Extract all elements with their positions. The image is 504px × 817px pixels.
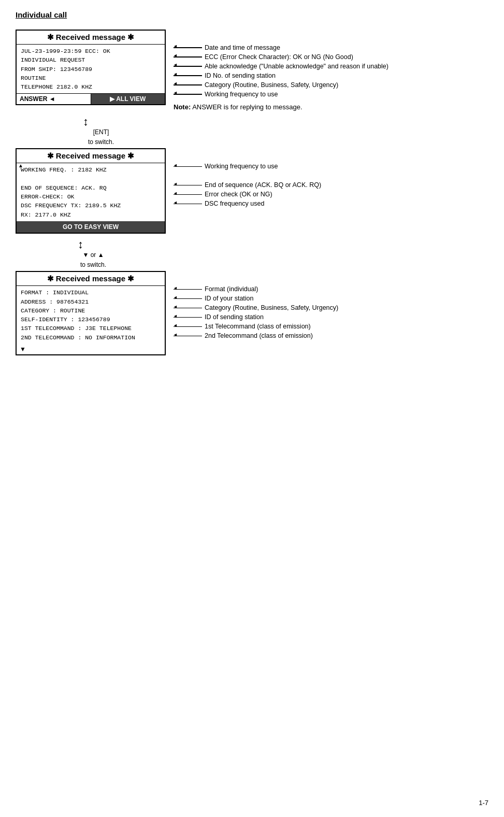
ann-box1-3: ID No. of sending station: [174, 71, 388, 80]
box1-content: JUL-23-1999-23:59 ECC: OK INDIVIDUAL REQ…: [17, 45, 165, 93]
ann-box2-text-4: DSC frequency used: [205, 200, 264, 207]
box2-line4: ERROR-CHECK: OK: [21, 192, 161, 201]
connector1-text: [ENT] to switch.: [88, 127, 114, 147]
note-text: ANSWER is for replying to message.: [192, 103, 302, 111]
box3-line5: 1ST TELECOMMAND : J3E TELEPHONE: [21, 324, 161, 333]
ann-box3-arrow-1: [174, 298, 202, 299]
ann-box2-2: End of sequence (ACK. BQ or ACK. RQ): [174, 180, 321, 190]
box2-content: WORKING FREQ. : 2182 KHZ END OF SEQUENCE…: [17, 163, 165, 221]
box1-container: ✱ Received message ✱ JUL-23-1999-23:59 E…: [16, 30, 168, 105]
ann-box2-arrow-3: [174, 194, 202, 195]
ann-box3-text-0: Format (individual): [205, 285, 258, 293]
ann-arrow-0: [174, 47, 202, 48]
box2-line6: RX: 2177.0 KHZ: [21, 210, 161, 219]
box3: ✱ Received message ✱ FORMAT : INDIVIDUAL…: [16, 271, 166, 355]
ann-text-4: Category (Routine, Business, Safety, Urg…: [205, 81, 338, 89]
ann-text-5: Working frequency to use: [205, 91, 278, 98]
box1-allview-btn[interactable]: ▶ ALL VIEW: [91, 94, 165, 104]
box3-annotations: Format (individual) ID of your station C…: [174, 271, 338, 340]
box1-line5: TELEPHONE 2182.0 KHZ: [21, 82, 161, 91]
box1-line1: JUL-23-1999-23:59 ECC: OK: [21, 47, 161, 55]
section-3: ✱ Received message ✱ FORMAT : INDIVIDUAL…: [16, 271, 488, 355]
box1-footer: ANSWER ◄ ▶ ALL VIEW: [17, 93, 165, 104]
box3-line1: FORMAT : INDIVIDUAL: [21, 288, 161, 297]
box2-line1: WORKING FREQ. : 2182 KHZ: [21, 165, 161, 174]
ann-text-2: Able acknowledge ("Unable acknowledge" a…: [205, 63, 388, 70]
box1-answer-btn[interactable]: ANSWER ◄: [17, 94, 91, 104]
ann-box2-4: DSC frequency used: [174, 199, 321, 208]
ann-arrow-1: [174, 56, 202, 58]
box2-container: ✱ Received message ✱ ▲ WORKING FREQ. : 2…: [16, 148, 168, 234]
box2-goto-btn[interactable]: GO TO EASY VIEW: [17, 221, 165, 233]
box2-annotations: Working frequency to use End of sequence…: [174, 148, 321, 208]
ann-box2-0: Working frequency to use: [174, 162, 321, 171]
section-1: ✱ Received message ✱ JUL-23-1999-23:59 E…: [16, 30, 488, 111]
box2: ✱ Received message ✱ ▲ WORKING FREQ. : 2…: [16, 148, 166, 234]
ann-box1-4: Category (Routine, Business, Safety, Urg…: [174, 80, 388, 90]
ann-text-0: Date and time of message: [205, 44, 280, 51]
ann-box2-arrow-0: [174, 166, 202, 167]
diagram-area: ✱ Received message ✱ JUL-23-1999-23:59 E…: [16, 30, 488, 360]
box1: ✱ Received message ✱ JUL-23-1999-23:59 E…: [16, 30, 166, 105]
ann-arrow-4: [174, 84, 202, 85]
ann-box1-5: Working frequency to use: [174, 90, 388, 99]
note-bold: Note:: [174, 103, 191, 111]
ann-box3-text-4: 1st Telecommand (class of emission): [205, 323, 311, 330]
box2-line5: DSC FREQUENCY TX: 2189.5 KHZ: [21, 201, 161, 210]
box2-line2: [21, 175, 161, 183]
box3-line6: 2ND TELECOMMAND : NO INFORMATION: [21, 333, 161, 342]
box3-line4: SELF-IDENTITY : 123456789: [21, 315, 161, 324]
ann-box3-text-2: Category (Routine, Business, Safety, Urg…: [205, 304, 338, 311]
ann-box3-0: Format (individual): [174, 284, 338, 294]
box3-line3: CATEGORY : ROUTINE: [21, 306, 161, 315]
ann-box3-text-1: ID of your station: [205, 295, 254, 302]
up-triangle-icon: ▲: [18, 163, 23, 168]
ann-box3-arrow-4: [174, 326, 202, 327]
ann-box2-arrow-4: [174, 204, 202, 205]
ann-box3-3: ID of sending station: [174, 312, 338, 322]
ann-box3-arrow-3: [174, 317, 202, 318]
box1-annotations: Date and time of message ECC (Error Chec…: [174, 30, 388, 111]
ann-arrow-5: [174, 94, 202, 95]
box3-container: ✱ Received message ✱ FORMAT : INDIVIDUAL…: [16, 271, 168, 355]
ann-box3-1: ID of your station: [174, 294, 338, 303]
box3-line2: ADDRESS : 987654321: [21, 297, 161, 306]
box1-note: Note: ANSWER is for replying to message.: [174, 103, 388, 111]
ann-box2-text-0: Working frequency to use: [205, 163, 278, 170]
ann-box2-text-2: End of sequence (ACK. BQ or ACK. RQ): [205, 181, 321, 189]
ann-box3-text-5: 2nd Telecommand (class of emission): [205, 332, 313, 339]
box1-line4: ROUTINE: [21, 74, 161, 82]
connector1: ↕ [ENT] to switch.: [16, 116, 488, 147]
connector2-text: ▼ or ▲ to switch.: [80, 250, 106, 270]
section-2: ✱ Received message ✱ ▲ WORKING FREQ. : 2…: [16, 148, 488, 234]
ann-box2-3: Error check (OK or NG): [174, 190, 321, 199]
box1-line2: INDIVIDUAL REQUEST: [21, 55, 161, 64]
ann-box3-2: Category (Routine, Business, Safety, Urg…: [174, 303, 338, 312]
box1-title: ✱ Received message ✱: [17, 31, 165, 45]
box3-title: ✱ Received message ✱: [17, 272, 165, 286]
box1-line3: FROM SHIP: 123456789: [21, 65, 161, 74]
box2-line3: END OF SEQUENCE: ACK. RQ: [21, 183, 161, 192]
ann-box3-arrow-2: [174, 308, 202, 309]
ann-box1-2: Able acknowledge ("Unable acknowledge" a…: [174, 62, 388, 71]
ann-box3-arrow-0: [174, 289, 202, 290]
page-number: 1-7: [479, 799, 488, 807]
ann-text-1: ECC (Error Check Character): OK or NG (N…: [205, 53, 353, 61]
ann-box3-arrow-5: [174, 336, 202, 337]
connector2: ↕ ▼ or ▲ to switch.: [16, 239, 488, 270]
ann-box2-arrow-2: [174, 185, 202, 186]
connector1-arrow: ↕: [83, 116, 89, 127]
ann-arrow-3: [174, 75, 202, 76]
box3-content: FORMAT : INDIVIDUAL ADDRESS : 987654321 …: [17, 286, 165, 344]
page-title: Individual call: [16, 10, 488, 19]
ann-box1-1: ECC (Error Check Character): OK or NG (N…: [174, 52, 388, 62]
ann-arrow-2: [174, 66, 202, 67]
ann-box3-5: 2nd Telecommand (class of emission): [174, 331, 338, 340]
ann-box2-spacer: [174, 171, 321, 180]
box2-title: ✱ Received message ✱: [17, 149, 165, 163]
box3-footer-tri: ▼: [17, 344, 165, 354]
connector2-arrow: ↕: [78, 239, 83, 250]
ann-box1-0: Date and time of message: [174, 43, 388, 52]
ann-text-3: ID No. of sending station: [205, 72, 276, 79]
ann-box2-text-3: Error check (OK or NG): [205, 191, 272, 198]
